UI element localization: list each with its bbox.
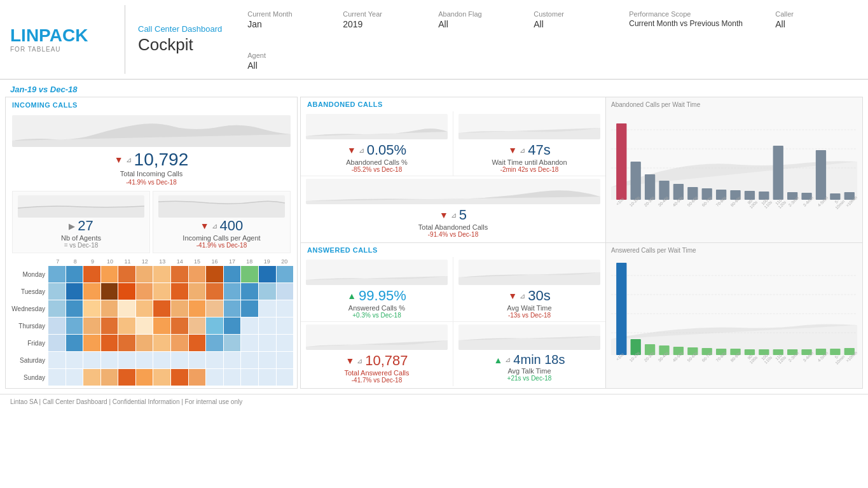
day-tuesday: Tuesday (10, 288, 48, 295)
total-abandoned-spark (306, 179, 600, 204)
abandoned-title: ABANDONED CALLS (301, 97, 605, 111)
avg-talk-metric: ▲ ⊿ 4min 18s (458, 352, 600, 367)
abandoned-pct-arrow: ▼ (347, 145, 356, 155)
main-content: INCOMING CALLS ▼ ⊿ 10,792 Total Incoming… (0, 97, 868, 394)
incoming-title: INCOMING CALLS (6, 97, 297, 113)
heatmap-cell (224, 317, 241, 334)
heatmap-row-monday: Monday (10, 266, 293, 282)
heatmap-cell (206, 300, 223, 317)
per-agent-sparkline (158, 195, 285, 218)
answered-row1: ▲ 99.95% Answered Calls % +0.3% vs Dec-1… (301, 257, 605, 321)
performance-scope-label: Performance Scope (629, 10, 756, 18)
logo-lin: LIN (10, 25, 39, 45)
filter-performance-scope: Performance Scope Current Month vs Previ… (629, 10, 756, 28)
svg-rect-17 (816, 150, 826, 200)
heatmap-cell (241, 352, 258, 368)
heatmap-cell (259, 352, 276, 368)
heatmap-cell (241, 335, 258, 351)
total-abandoned-vs: -91.4% vs Dec-18 (306, 231, 600, 238)
heatmap-cell (136, 352, 153, 368)
avg-talk-num: 4min 18s (513, 352, 565, 367)
abandoned-pct-cell: ▼ ⊿ 0.05% Abandoned Calls % -85.2% vs De… (301, 111, 453, 176)
caller-value: All (775, 19, 851, 29)
per-agent-trend: ⊿ (212, 222, 217, 230)
total-calls-num: 10,792 (134, 150, 189, 170)
abandoned-pct-spark (306, 114, 448, 139)
heatmap-cell (48, 335, 65, 351)
heatmap-cell (189, 300, 206, 317)
heatmap-cell (101, 300, 118, 317)
total-abandoned-trend: ⊿ (451, 211, 457, 220)
heatmap-cell (206, 352, 223, 368)
heatmap-cell (101, 266, 118, 282)
customer-value: All (534, 19, 610, 29)
heatmap-cell (118, 352, 135, 368)
heatmap-cell (241, 300, 258, 317)
per-agent-num: 400 (220, 218, 244, 234)
total-answered-vs: -41.7% vs Dec-18 (306, 377, 448, 384)
total-answered-num: 10,787 (365, 352, 408, 369)
answered-axis-labels: <10s 10-20s 20-30s 30-40s 40-50s 50-60s … (611, 355, 857, 364)
heatmap-row-wednesday: Wednesday (10, 300, 293, 317)
wait-time-spark (458, 114, 600, 139)
heatmap-cell (224, 369, 241, 386)
heatmap-cell (48, 352, 65, 368)
current-year-label: Current Year (343, 10, 419, 18)
total-abandoned-metric: ▼ ⊿ 5 (306, 207, 600, 223)
answered-chart-area: Answered Calls per Wait Time (606, 243, 862, 388)
agents-arrow-right: ▶ (69, 221, 75, 231)
heatmap-cell (189, 352, 206, 368)
agents-num: 27 (78, 218, 93, 234)
avg-wait-vs: -13s vs Dec-18 (458, 312, 600, 319)
heatmap-cell (83, 369, 100, 386)
heatmap-cell (241, 369, 258, 386)
logo-pack: PACK (39, 25, 88, 45)
avg-wait-label: Avg Wait Time (458, 304, 600, 312)
incoming-total-area: ▼ ⊿ 10,792 Total Incoming Calls -41.9% v… (6, 113, 297, 188)
heatmap-cell (171, 266, 188, 282)
heatmap-cell (83, 352, 100, 368)
answered-pct-vs: +0.3% vs Dec-18 (306, 312, 448, 319)
heatmap-cell (277, 266, 294, 282)
per-agent-vs: -41.9% vs Dec-18 (158, 242, 285, 249)
total-answered-arrow: ▼ (345, 356, 354, 366)
heatmap-cell (118, 283, 135, 300)
filter-caller: Caller All (775, 10, 851, 29)
heatmap-cell (101, 317, 118, 334)
heatmap-cell (189, 266, 206, 282)
trend-icon: ⊿ (126, 156, 132, 164)
answered-chart: <10s 10-20s 20-30s 30-40s 40-50s 50-60s … (611, 256, 857, 355)
current-month-label: Current Month (247, 10, 324, 18)
avg-wait-arrow: ▼ (508, 291, 517, 301)
day-sunday: Sunday (10, 374, 48, 381)
total-abandoned-row: ▼ ⊿ 5 Total Abandoned Calls -91.4% vs De… (301, 176, 605, 241)
heatmap-row-friday: Friday (10, 335, 293, 351)
filter-current-month: Current Month Jan (247, 10, 324, 29)
hour-17: 17 (223, 258, 240, 265)
heatmap-cell (136, 266, 153, 282)
day-monday: Monday (10, 271, 48, 278)
heatmap-cell (48, 266, 65, 282)
hour-10: 10 (101, 258, 118, 265)
heatmap-cell (48, 369, 65, 386)
header-center: Call Center Dashboard Cockpit (125, 5, 222, 74)
heatmap-cell (66, 317, 83, 334)
heatmap-cell (259, 283, 276, 300)
period-label: Jan-19 vs Dec-18 (10, 85, 78, 94)
heatmap-cell (136, 300, 153, 317)
total-answered-cell: ▼ ⊿ 10,787 Total Answered Calls -41.7% v… (301, 322, 453, 386)
answered-pct-cell: ▲ 99.95% Answered Calls % +0.3% vs Dec-1… (301, 257, 453, 321)
avg-talk-vs: +21s vs Dec-18 (458, 375, 600, 382)
avg-wait-trend: ⊿ (520, 292, 525, 300)
answered-pct-metric: ▲ 99.95% (306, 288, 448, 304)
answered-section: ANSWERED CALLS ▲ 99.95% (300, 243, 863, 389)
heatmap-cell (206, 283, 223, 300)
heatmap-cell (171, 352, 188, 368)
heatmap-cell (101, 283, 118, 300)
total-answered-label: Total Answered Calls (306, 369, 448, 377)
footer-text: Lintao SA | Call Center Dashboard | Conf… (10, 398, 242, 405)
hour-8: 8 (66, 258, 83, 265)
heatmap-cell (171, 335, 188, 351)
header: LINPACK FOR TABLEAU Call Center Dashboar… (0, 0, 868, 80)
heatmap-cell (136, 369, 153, 386)
